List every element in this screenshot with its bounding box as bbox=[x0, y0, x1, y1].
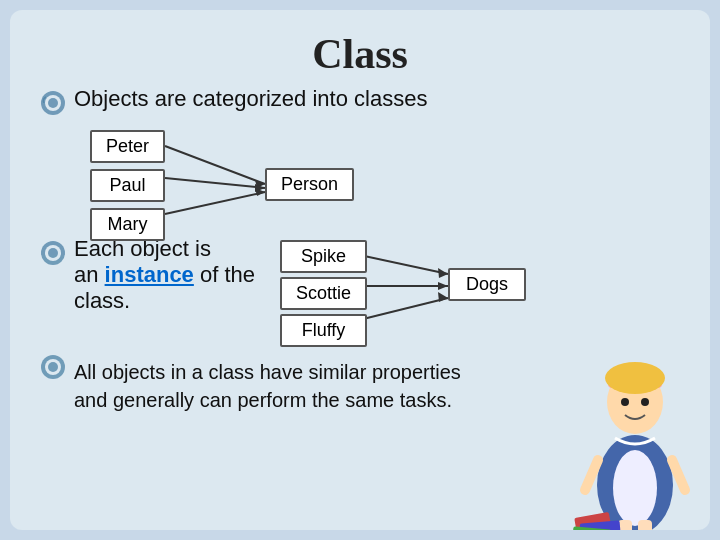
bullet-3-line1: All objects in a class have similar prop… bbox=[74, 361, 461, 383]
bullet-3-line2: and generally can perform the same tasks… bbox=[74, 389, 452, 411]
svg-line-12 bbox=[355, 254, 448, 274]
box-peter: Peter bbox=[90, 130, 165, 163]
slide: Class Objects are categorized into class… bbox=[10, 10, 710, 530]
svg-line-4 bbox=[165, 178, 265, 188]
svg-marker-16 bbox=[438, 282, 448, 290]
slide-title: Class bbox=[40, 30, 680, 78]
svg-marker-17 bbox=[438, 292, 448, 302]
svg-line-33 bbox=[672, 460, 685, 490]
box-mary: Mary bbox=[90, 208, 165, 241]
svg-line-14 bbox=[355, 298, 448, 321]
alice-svg bbox=[570, 330, 700, 530]
svg-line-5 bbox=[165, 192, 265, 214]
bullet-1: Objects are categorized into classes bbox=[40, 86, 680, 116]
svg-line-3 bbox=[165, 146, 265, 184]
bullet-1-text: Objects are categorized into classes bbox=[74, 86, 427, 112]
bullet-2-text: Each object is an instance of the class. bbox=[74, 236, 280, 314]
box-scottie: Scottie bbox=[280, 277, 367, 310]
box-paul: Paul bbox=[90, 169, 165, 202]
bullet-3-icon bbox=[40, 354, 66, 380]
svg-point-20 bbox=[48, 362, 58, 372]
bullet-2-icon bbox=[40, 240, 66, 266]
bullet-1-icon bbox=[40, 90, 66, 116]
svg-point-30 bbox=[621, 398, 629, 406]
box-dogs: Dogs bbox=[448, 268, 526, 301]
bullet-2: Each object is an instance of the class. bbox=[40, 236, 280, 314]
svg-rect-24 bbox=[638, 520, 652, 530]
svg-point-11 bbox=[48, 248, 58, 258]
svg-point-31 bbox=[641, 398, 649, 406]
box-person: Person bbox=[265, 168, 354, 201]
bullet-2-an: an bbox=[74, 262, 105, 287]
svg-point-2 bbox=[48, 98, 58, 108]
svg-point-29 bbox=[605, 362, 665, 394]
box-fluffy: Fluffy bbox=[280, 314, 367, 347]
svg-point-22 bbox=[613, 450, 657, 526]
alice-character bbox=[570, 330, 700, 530]
box-spike: Spike bbox=[280, 240, 367, 273]
bullet-3-text: All objects in a class have similar prop… bbox=[74, 358, 461, 414]
svg-line-32 bbox=[585, 460, 598, 490]
bullet-2-instance: instance bbox=[105, 262, 194, 287]
